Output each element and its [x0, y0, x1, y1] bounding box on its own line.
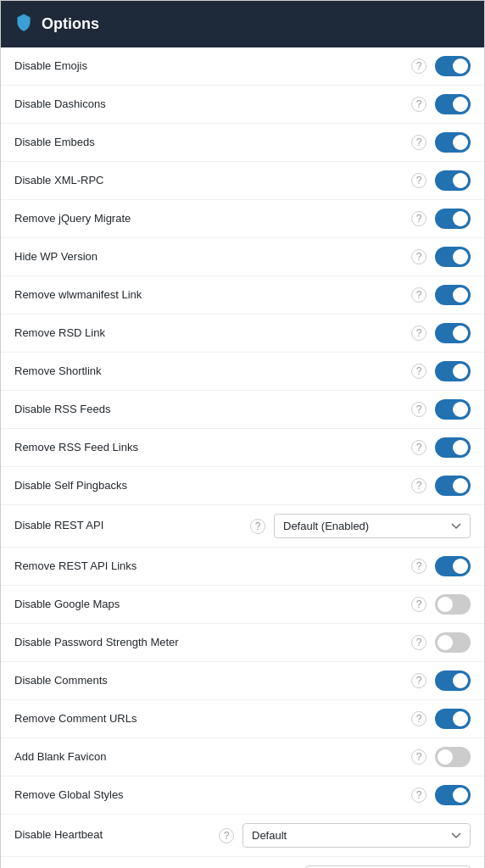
option-control-remove-rss-feed-links[interactable]: [435, 437, 471, 458]
toggle-slider-disable-embeds: [435, 132, 471, 153]
option-control-disable-rest-api[interactable]: Default (Enabled)Disable for Non-Logged …: [274, 514, 471, 538]
option-control-disable-embeds[interactable]: [435, 132, 471, 153]
help-icon-disable-comments[interactable]: ?: [411, 673, 426, 688]
toggle-remove-rsd-link[interactable]: [435, 323, 471, 343]
toggle-slider-disable-dashicons: [435, 94, 471, 114]
option-control-disable-password-strength-meter[interactable]: [435, 632, 471, 653]
toggle-remove-rest-api-links[interactable]: [435, 556, 471, 576]
toggle-remove-wlwmanifest-link[interactable]: [435, 285, 471, 305]
select-disable-rest-api[interactable]: Default (Enabled)Disable for Non-Logged …: [274, 514, 471, 538]
help-icon-remove-wlwmanifest-link[interactable]: ?: [411, 287, 426, 303]
toggle-remove-shortlink[interactable]: [435, 361, 471, 381]
option-row-disable-comments: Disable Comments?: [1, 662, 484, 700]
option-control-remove-jquery-migrate[interactable]: [435, 209, 471, 229]
option-control-remove-global-styles[interactable]: [435, 785, 471, 805]
option-control-add-blank-favicon[interactable]: [435, 747, 471, 767]
toggle-disable-self-pingbacks[interactable]: [435, 476, 471, 496]
option-label-remove-jquery-migrate: Remove jQuery Migrate: [14, 211, 411, 226]
option-row-disable-rest-api: Disable REST API?Default (Enabled)Disabl…: [1, 505, 484, 548]
select-disable-heartbeat[interactable]: DefaultDisable on All PagesDisable Every…: [242, 823, 471, 848]
option-row-remove-global-styles: Remove Global Styles?: [1, 776, 484, 815]
help-icon-disable-embeds[interactable]: ?: [411, 135, 426, 150]
option-control-disable-dashicons[interactable]: [435, 94, 471, 114]
toggle-slider-remove-rest-api-links: [435, 556, 471, 576]
toggle-slider-hide-wp-version: [435, 247, 471, 267]
toggle-disable-google-maps[interactable]: [435, 594, 471, 615]
option-label-disable-heartbeat: Disable Heartbeat: [14, 827, 219, 843]
option-control-hide-wp-version[interactable]: [435, 247, 471, 267]
option-row-remove-shortlink: Remove Shortlink?: [1, 353, 484, 391]
option-control-remove-rest-api-links[interactable]: [435, 556, 471, 576]
option-control-disable-google-maps[interactable]: [435, 594, 471, 615]
option-control-remove-comment-urls[interactable]: [435, 709, 471, 729]
toggle-remove-rss-feed-links[interactable]: [435, 437, 471, 458]
option-control-disable-heartbeat[interactable]: DefaultDisable on All PagesDisable Every…: [242, 823, 471, 848]
toggle-remove-jquery-migrate[interactable]: [435, 209, 471, 229]
toggle-remove-global-styles[interactable]: [435, 785, 471, 805]
shield-icon: [14, 13, 33, 36]
toggle-hide-wp-version[interactable]: [435, 247, 471, 267]
help-icon-disable-rest-api[interactable]: ?: [250, 519, 265, 534]
option-control-disable-emojis[interactable]: [435, 56, 471, 76]
help-icon-remove-global-styles[interactable]: ?: [411, 787, 426, 803]
option-label-hide-wp-version: Hide WP Version: [14, 249, 411, 264]
help-icon-disable-google-maps[interactable]: ?: [411, 597, 426, 612]
toggle-slider-remove-rss-feed-links: [435, 437, 471, 458]
toggle-slider-remove-rsd-link: [435, 323, 471, 343]
option-control-disable-rss-feeds[interactable]: [435, 399, 471, 420]
help-icon-disable-xmlrpc[interactable]: ?: [411, 173, 426, 188]
option-label-remove-rsd-link: Remove RSD Link: [14, 326, 411, 341]
option-row-disable-embeds: Disable Embeds?: [1, 124, 484, 162]
toggle-disable-comments[interactable]: [435, 670, 471, 691]
toggle-slider-remove-comment-urls: [435, 709, 471, 729]
option-row-remove-jquery-migrate: Remove jQuery Migrate?: [1, 200, 484, 238]
toggle-remove-comment-urls[interactable]: [435, 709, 471, 729]
help-icon-disable-emojis[interactable]: ?: [411, 58, 426, 74]
help-icon-remove-rss-feed-links[interactable]: ?: [411, 440, 426, 455]
option-control-remove-shortlink[interactable]: [435, 361, 471, 381]
option-row-remove-rest-api-links: Remove REST API Links?: [1, 548, 484, 586]
option-label-disable-self-pingbacks: Disable Self Pingbacks: [14, 478, 411, 493]
header: Options: [1, 1, 484, 47]
help-icon-disable-heartbeat[interactable]: ?: [219, 828, 234, 843]
help-icon-disable-self-pingbacks[interactable]: ?: [411, 478, 426, 493]
option-row-disable-self-pingbacks: Disable Self Pingbacks?: [1, 467, 484, 505]
option-label-remove-rest-api-links: Remove REST API Links: [14, 559, 411, 574]
help-icon-remove-jquery-migrate[interactable]: ?: [411, 211, 426, 226]
help-icon-remove-comment-urls[interactable]: ?: [411, 711, 426, 726]
help-icon-disable-password-strength-meter[interactable]: ?: [411, 635, 426, 650]
toggle-disable-dashicons[interactable]: [435, 94, 471, 114]
option-label-add-blank-favicon: Add Blank Favicon: [14, 749, 411, 765]
toggle-add-blank-favicon[interactable]: [435, 747, 471, 767]
toggle-disable-password-strength-meter[interactable]: [435, 632, 471, 653]
toggle-slider-disable-password-strength-meter: [435, 632, 471, 653]
option-control-remove-rsd-link[interactable]: [435, 323, 471, 343]
option-row-disable-rss-feeds: Disable RSS Feeds?: [1, 391, 484, 429]
option-control-disable-xmlrpc[interactable]: [435, 170, 471, 191]
toggle-slider-remove-wlwmanifest-link: [435, 285, 471, 305]
option-label-disable-dashicons: Disable Dashicons: [14, 97, 411, 112]
option-row-disable-emojis: Disable Emojis?: [1, 47, 484, 86]
option-label-remove-global-styles: Remove Global Styles: [14, 787, 411, 803]
toggle-disable-rss-feeds[interactable]: [435, 399, 471, 420]
help-icon-hide-wp-version[interactable]: ?: [411, 249, 426, 264]
options-list: Disable Emojis?Disable Dashicons?Disable…: [1, 47, 484, 868]
help-icon-disable-dashicons[interactable]: ?: [411, 97, 426, 112]
toggle-disable-embeds[interactable]: [435, 132, 471, 153]
option-control-disable-self-pingbacks[interactable]: [435, 476, 471, 496]
option-label-disable-google-maps: Disable Google Maps: [14, 597, 411, 612]
help-icon-remove-rsd-link[interactable]: ?: [411, 326, 426, 341]
toggle-disable-xmlrpc[interactable]: [435, 170, 471, 191]
option-label-remove-rss-feed-links: Remove RSS Feed Links: [14, 440, 411, 455]
toggle-disable-emojis[interactable]: [435, 56, 471, 76]
option-label-disable-embeds: Disable Embeds: [14, 135, 411, 150]
option-row-hide-wp-version: Hide WP Version?: [1, 238, 484, 276]
help-icon-remove-rest-api-links[interactable]: ?: [411, 559, 426, 574]
page-title: Options: [42, 15, 99, 33]
help-icon-remove-shortlink[interactable]: ?: [411, 364, 426, 379]
option-control-disable-comments[interactable]: [435, 670, 471, 691]
option-row-disable-dashicons: Disable Dashicons?: [1, 86, 484, 124]
help-icon-disable-rss-feeds[interactable]: ?: [411, 402, 426, 417]
option-control-remove-wlwmanifest-link[interactable]: [435, 285, 471, 305]
help-icon-add-blank-favicon[interactable]: ?: [411, 749, 426, 765]
